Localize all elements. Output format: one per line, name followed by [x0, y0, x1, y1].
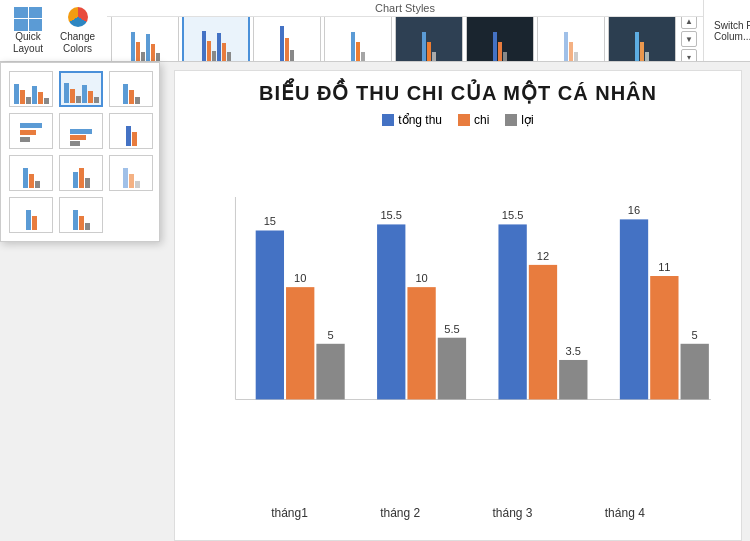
bar-g2-s2	[438, 338, 466, 400]
svg-text:15: 15	[264, 215, 276, 227]
chart-container: BIỂU ĐỒ THU CHI CỦA MỘT CÁ NHÂN tổng thu…	[195, 81, 721, 520]
bar-g4-s0	[620, 219, 648, 399]
legend-label-loi: lợi	[521, 113, 533, 127]
chart-style-thumb-6[interactable]	[466, 17, 534, 61]
bar-g2-s0	[377, 224, 405, 399]
bar-g4-s2	[681, 344, 709, 400]
x-label-1: tháng1	[271, 506, 308, 520]
dp-item-6[interactable]	[109, 113, 153, 149]
chart-body: 15 10 5 15.5	[195, 135, 721, 520]
chart-styles-label: Chart Styles	[107, 0, 703, 17]
bar-g4-s1	[650, 276, 678, 399]
switch-col-label: Colum...	[714, 31, 750, 42]
bar-g1-s0	[256, 230, 284, 399]
dp-item-9[interactable]	[109, 155, 153, 191]
x-label-2: tháng 2	[380, 506, 420, 520]
svg-text:11: 11	[658, 261, 670, 273]
quick-layout-icon	[14, 7, 42, 31]
svg-text:15.5: 15.5	[502, 209, 524, 221]
ribbon: Quick Layout Change Colors Chart Styles	[0, 0, 750, 62]
dp-item-11[interactable]	[59, 197, 103, 233]
legend-label-totalthu: tổng thu	[398, 113, 442, 127]
legend-item-chi: chi	[458, 113, 489, 127]
quick-layout-label: Quick Layout	[12, 31, 44, 55]
scroll-expand-arrow[interactable]: ▾	[681, 49, 697, 61]
bar-g1-s1	[286, 287, 314, 399]
switch-row-label: Switch R	[714, 20, 750, 31]
ribbon-left: Quick Layout Change Colors	[0, 0, 107, 61]
scroll-up-arrow[interactable]: ▲	[681, 17, 697, 29]
svg-text:10: 10	[415, 272, 427, 284]
bar-g2-s1	[407, 287, 435, 399]
x-labels: tháng1 tháng 2 tháng 3 tháng 4	[195, 502, 721, 520]
chart-style-thumb-3[interactable]	[253, 17, 321, 61]
svg-text:5: 5	[692, 329, 698, 341]
svg-text:5.5: 5.5	[444, 323, 459, 335]
ribbon-right: Switch R Colum...	[703, 0, 750, 61]
dp-item-4[interactable]	[9, 113, 53, 149]
chart-style-thumb-2[interactable]	[182, 17, 250, 61]
bar-g3-s2	[559, 360, 587, 399]
scroll-down-arrow[interactable]: ▼	[681, 31, 697, 47]
dp-item-2[interactable]	[59, 71, 103, 107]
bar-g3-s1	[529, 265, 557, 400]
bar-g1-s2	[316, 344, 344, 400]
scroll-arrows: ▲ ▼ ▾	[679, 17, 699, 61]
x-label-4: tháng 4	[605, 506, 645, 520]
chart-style-thumb-4[interactable]	[324, 17, 392, 61]
dropdown-panel	[0, 62, 160, 242]
change-colors-label: Change Colors	[60, 31, 95, 55]
svg-text:16: 16	[628, 204, 640, 216]
main-chart-area: BIỂU ĐỒ THU CHI CỦA MỘT CÁ NHÂN tổng thu…	[174, 70, 742, 541]
legend-label-chi: chi	[474, 113, 489, 127]
dp-item-10[interactable]	[9, 197, 53, 233]
chart-style-thumb-8[interactable]	[608, 17, 676, 61]
chart-svg: 15 10 5 15.5	[195, 135, 721, 502]
chart-style-thumb-1[interactable]	[111, 17, 179, 61]
dp-item-7[interactable]	[9, 155, 53, 191]
svg-text:5: 5	[327, 329, 333, 341]
chart-plot: 15 10 5 15.5	[195, 135, 721, 502]
svg-text:12: 12	[537, 250, 549, 262]
dp-item-1[interactable]	[9, 71, 53, 107]
dp-item-3[interactable]	[109, 71, 153, 107]
legend-dot-chi	[458, 114, 470, 126]
svg-text:3.5: 3.5	[566, 345, 581, 357]
page-wrapper: Quick Layout Change Colors Chart Styles	[0, 0, 750, 541]
chart-style-thumb-7[interactable]	[537, 17, 605, 61]
legend-item-totalthu: tổng thu	[382, 113, 442, 127]
change-colors-icon	[64, 7, 92, 31]
change-colors-button[interactable]: Change Colors	[54, 3, 101, 59]
chart-styles-row: ▲ ▼ ▾	[107, 17, 703, 61]
chart-title: BIỂU ĐỒ THU CHI CỦA MỘT CÁ NHÂN	[195, 81, 721, 105]
dp-item-5[interactable]	[59, 113, 103, 149]
bar-g3-s0	[498, 224, 526, 399]
legend-dot-totalthu	[382, 114, 394, 126]
quick-layout-button[interactable]: Quick Layout	[6, 3, 50, 59]
x-label-3: tháng 3	[492, 506, 532, 520]
legend-dot-loi	[505, 114, 517, 126]
legend-item-loi: lợi	[505, 113, 533, 127]
dp-grid	[9, 71, 151, 233]
chart-style-thumb-5[interactable]	[395, 17, 463, 61]
svg-text:10: 10	[294, 272, 306, 284]
dp-item-8[interactable]	[59, 155, 103, 191]
svg-text:15.5: 15.5	[380, 209, 402, 221]
chart-styles-area: Chart Styles	[107, 0, 703, 61]
chart-legend: tổng thu chi lợi	[195, 113, 721, 127]
